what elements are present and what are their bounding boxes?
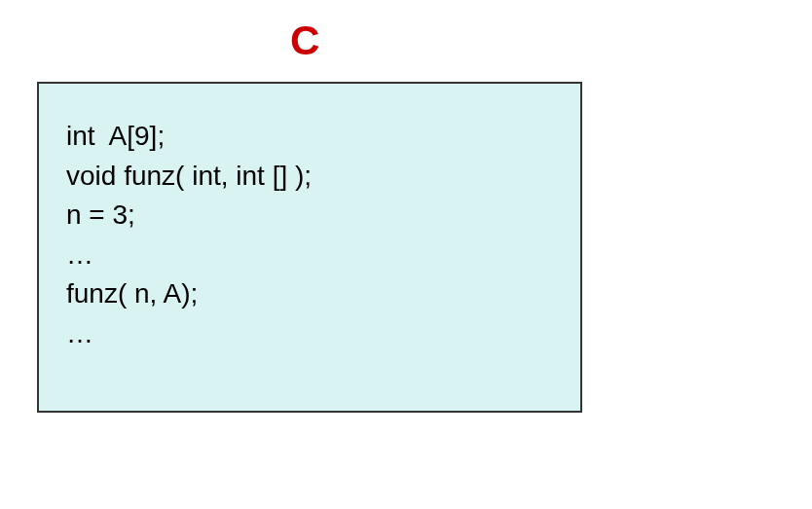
code-line-4: n = 3; xyxy=(66,196,553,236)
code-block: int A[9]; void funz( int, int [] ); n = … xyxy=(37,82,582,413)
code-line-7: … xyxy=(66,314,553,354)
code-line-1: int A[9]; xyxy=(66,117,553,157)
code-line-5: … xyxy=(66,236,553,275)
language-title: C xyxy=(290,18,319,64)
code-line-6: funz( n, A); xyxy=(66,274,553,314)
code-line-2: void funz( int, int [] ); xyxy=(66,157,553,197)
